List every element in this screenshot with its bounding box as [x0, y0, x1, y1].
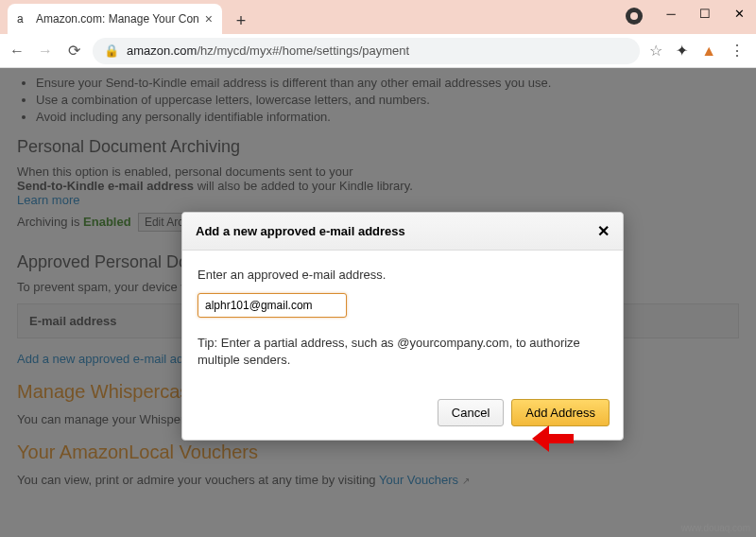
address-bar: ← → ⟳ 🔒 amazon.com/hz/mycd/myx#/home/set…: [0, 34, 756, 68]
annotation-arrow-icon: [532, 425, 577, 452]
window-maximize-button[interactable]: ☐: [688, 0, 722, 26]
extension-fox-icon[interactable]: ▲: [701, 43, 716, 60]
approved-email-input[interactable]: [198, 293, 347, 318]
close-tab-icon[interactable]: ×: [205, 11, 213, 26]
lock-icon: 🔒: [104, 43, 119, 58]
star-icon[interactable]: ☆: [649, 42, 662, 60]
tab-title: Amazon.com: Manage Your Con: [36, 12, 199, 26]
add-address-button[interactable]: Add Address: [511, 399, 610, 426]
modal-title: Add a new approved e-mail address: [196, 224, 405, 238]
close-icon[interactable]: ✕: [597, 222, 610, 240]
url-field[interactable]: 🔒 amazon.com/hz/mycd/myx#/home/settings/…: [93, 38, 640, 64]
menu-icon[interactable]: ⋮: [730, 42, 745, 60]
url-path: /hz/mycd/myx#/home/settings/payment: [197, 43, 409, 58]
forward-button[interactable]: →: [36, 42, 55, 61]
profile-badge-icon[interactable]: [626, 8, 643, 25]
cancel-button[interactable]: Cancel: [438, 399, 504, 426]
extensions-icon[interactable]: ✦: [676, 42, 688, 60]
amazon-favicon: a: [17, 12, 30, 26]
window-minimize-button[interactable]: ─: [654, 0, 688, 26]
back-button[interactable]: ←: [8, 42, 26, 61]
add-email-modal: Add a new approved e-mail address ✕ Ente…: [181, 212, 624, 441]
modal-tip: Tip: Enter a partial address, such as @y…: [198, 335, 608, 369]
reload-button[interactable]: ⟳: [64, 42, 83, 61]
modal-prompt: Enter an approved e-mail address.: [198, 268, 608, 282]
window-close-button[interactable]: ✕: [722, 0, 756, 26]
browser-tab[interactable]: a Amazon.com: Manage Your Con ×: [8, 4, 222, 34]
watermark: www.douaq.com: [681, 523, 750, 533]
url-host: amazon.com: [127, 43, 197, 58]
new-tab-button[interactable]: +: [228, 8, 254, 34]
